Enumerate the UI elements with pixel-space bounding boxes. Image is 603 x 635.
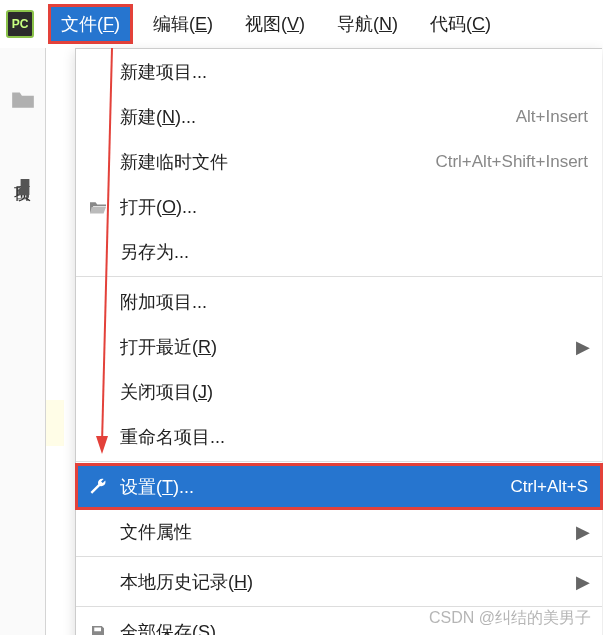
menu-file[interactable]: 文件(F) [48,4,133,44]
menu-label: 关闭项目(J) [120,380,588,404]
menu-save-as[interactable]: 另存为... [76,229,602,274]
menu-label: 附加项目... [120,290,588,314]
menu-label: 全部保存(S) [120,620,588,636]
menu-label: 文件属性 [120,520,566,544]
file-dropdown-menu: 新建项目... 新建(N)... Alt+Insert 新建临时文件 Ctrl+… [75,48,602,635]
menu-label: 打开最近(R) [120,335,566,359]
menu-rename-project[interactable]: 重命名项目... [76,414,602,459]
menubar: PC 文件(F) 编辑(E) 视图(V) 导航(N) 代码(C) [0,0,603,48]
menu-label: 重命名项目... [120,425,588,449]
menu-separator [76,606,602,607]
menu-separator [76,556,602,557]
sidebar-left: 项目 [0,48,46,635]
shortcut-text: Ctrl+Alt+Shift+Insert [435,152,588,172]
menu-label: 新建(N)... [120,105,506,129]
menu-label: 本地历史记录(H) [120,570,566,594]
menu-file-properties[interactable]: 文件属性 ▶ [76,509,602,554]
save-icon [86,623,110,636]
menu-save-all[interactable]: 全部保存(S) [76,609,602,635]
menu-close-project[interactable]: 关闭项目(J) [76,369,602,414]
menu-separator [76,461,602,462]
menu-open[interactable]: 打开(O)... [76,184,602,229]
open-folder-icon [86,199,110,215]
chevron-right-icon: ▶ [576,521,588,543]
menu-label: 新建临时文件 [120,150,425,174]
shortcut-text: Ctrl+Alt+S [511,477,588,497]
menu-attach-project[interactable]: 附加项目... [76,279,602,324]
menu-new-scratch[interactable]: 新建临时文件 Ctrl+Alt+Shift+Insert [76,139,602,184]
chevron-right-icon: ▶ [576,571,588,593]
menu-label: 新建项目... [120,60,588,84]
menu-code[interactable]: 代码(C) [418,4,503,44]
menu-open-recent[interactable]: 打开最近(R) ▶ [76,324,602,369]
menu-label: 另存为... [120,240,588,264]
menu-edit[interactable]: 编辑(E) [141,4,225,44]
menu-settings[interactable]: 设置(T)... Ctrl+Alt+S [76,464,602,509]
shortcut-text: Alt+Insert [516,107,588,127]
menu-new[interactable]: 新建(N)... Alt+Insert [76,94,602,139]
chevron-right-icon: ▶ [576,336,588,358]
menu-view[interactable]: 视图(V) [233,4,317,44]
menu-local-history[interactable]: 本地历史记录(H) ▶ [76,559,602,604]
menu-separator [76,276,602,277]
menu-label: 设置(T)... [120,475,501,499]
sidebar-tab-project[interactable]: 项目 [0,144,46,224]
wrench-icon [86,477,110,497]
menu-navigate[interactable]: 导航(N) [325,4,410,44]
editor-gutter-highlight [46,400,64,446]
menu-label: 打开(O)... [120,195,588,219]
app-icon: PC [6,10,34,38]
sidebar-folder-icon [10,88,36,115]
menu-new-project[interactable]: 新建项目... [76,49,602,94]
